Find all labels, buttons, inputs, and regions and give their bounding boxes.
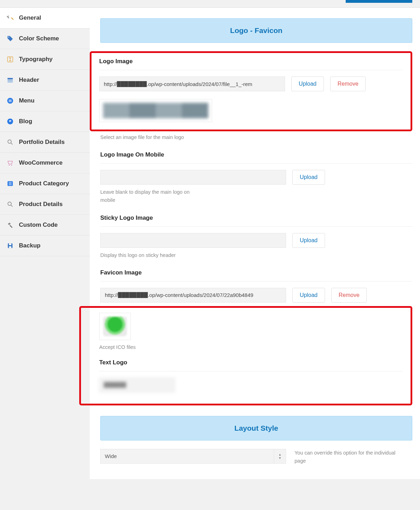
sidebar-item-label: General — [19, 14, 41, 21]
chat-icon — [6, 118, 14, 125]
sidebar-item-label: Header — [19, 77, 39, 84]
disk-icon — [6, 242, 14, 250]
sidebar-item-woocommerce[interactable]: WooCommerce — [0, 153, 90, 173]
upload-button[interactable]: Upload — [292, 170, 325, 185]
sidebar-item-blog[interactable]: Blog — [0, 111, 90, 132]
svg-point-12 — [8, 202, 11, 205]
favicon-input[interactable] — [100, 288, 286, 303]
svg-point-1 — [8, 37, 9, 38]
help-text-favicon: Accept ICO files — [99, 343, 403, 351]
sidebar-item-menu[interactable]: Menu — [0, 91, 90, 111]
sticky-logo-input[interactable] — [100, 233, 286, 248]
sidebar-item-general[interactable]: General — [0, 8, 90, 28]
svg-rect-4 — [8, 80, 13, 81]
logo-mobile-input[interactable] — [100, 170, 286, 185]
upload-button[interactable]: Upload — [292, 233, 325, 248]
remove-button[interactable]: Remove — [331, 288, 367, 303]
sidebar-item-product-details[interactable]: Product Details — [0, 194, 90, 215]
sidebar-item-typography[interactable]: Typography — [0, 49, 90, 70]
svg-rect-5 — [8, 81, 13, 82]
svg-rect-3 — [8, 78, 13, 79]
hammer-icon — [6, 221, 14, 229]
help-text-logo-mobile: Leave blank to display the main logo on … — [100, 188, 202, 204]
field-label-sticky-logo: Sticky Logo Image — [100, 214, 412, 221]
remove-button[interactable]: Remove — [330, 77, 366, 91]
sidebar-item-label: Custom Code — [19, 221, 58, 228]
help-text-logo: Select an image file for the main logo — [100, 133, 412, 141]
svg-point-8 — [8, 140, 11, 143]
layout-select[interactable]: Wide ▲▼ — [100, 449, 286, 464]
help-text-sticky-logo: Display this logo on sticky header — [100, 251, 412, 259]
svg-point-10 — [11, 165, 12, 166]
text-logo-input[interactable] — [99, 378, 175, 392]
wrench-icon — [6, 14, 14, 22]
sidebar-item-label: Portfolio Details — [19, 139, 65, 146]
cart-icon — [6, 159, 14, 167]
sidebar-item-portfolio-details[interactable]: Portfolio Details — [0, 132, 90, 153]
field-label-logo-mobile: Logo Image On Mobile — [100, 151, 412, 158]
sidebar-item-header[interactable]: Header — [0, 70, 90, 91]
sidebar-item-color-scheme[interactable]: Color Scheme — [0, 28, 90, 49]
sidebar-item-custom-code[interactable]: Custom Code — [0, 215, 90, 236]
help-text-layout: You can override this option for the ind… — [294, 449, 412, 465]
sidebar-item-label: Product Details — [19, 201, 63, 208]
highlight-box-favicon: Accept ICO files Text Logo — [79, 306, 412, 405]
tag-icon — [6, 35, 14, 42]
svg-point-0 — [8, 15, 9, 16]
sidebar-item-label: Menu — [19, 97, 34, 104]
svg-rect-15 — [9, 246, 12, 248]
favicon-preview — [99, 313, 131, 340]
sidebar-item-product-category[interactable]: Product Category — [0, 173, 90, 194]
text-icon — [6, 55, 14, 63]
sidebar-item-label: Typography — [19, 56, 53, 63]
sidebar: General Color Scheme Typography Header M… — [0, 8, 90, 256]
magnifier-icon — [6, 138, 14, 146]
magnifier-icon — [6, 200, 14, 208]
sidebar-item-label: Blog — [19, 118, 32, 125]
svg-rect-14 — [9, 243, 12, 245]
logo-image-input[interactable] — [99, 77, 285, 91]
layout-icon — [6, 76, 14, 84]
sidebar-item-backup[interactable]: Backup — [0, 236, 90, 256]
field-label-text-logo: Text Logo — [99, 359, 403, 366]
upload-button[interactable]: Upload — [292, 288, 325, 303]
section-banner-layout: Layout Style — [100, 416, 412, 441]
field-label-favicon: Favicon Image — [100, 269, 412, 276]
field-label-logo-image: Logo Image — [99, 58, 403, 65]
sidebar-item-label: Color Scheme — [19, 35, 59, 42]
sidebar-item-label: Backup — [19, 242, 40, 249]
select-arrows-icon: ▲▼ — [274, 449, 286, 463]
top-bar — [0, 0, 420, 8]
svg-point-9 — [9, 165, 10, 166]
sidebar-item-label: WooCommerce — [19, 159, 62, 166]
upload-button[interactable]: Upload — [291, 77, 324, 91]
sidebar-item-label: Product Category — [19, 180, 69, 187]
highlight-box-logo: Logo Image Upload Remove — [90, 51, 412, 131]
section-banner-logo: Logo - Favicon — [100, 18, 412, 43]
menu-icon — [6, 97, 14, 105]
layout-select-value: Wide — [105, 453, 117, 459]
logo-preview — [99, 99, 212, 122]
list-icon — [6, 180, 14, 187]
